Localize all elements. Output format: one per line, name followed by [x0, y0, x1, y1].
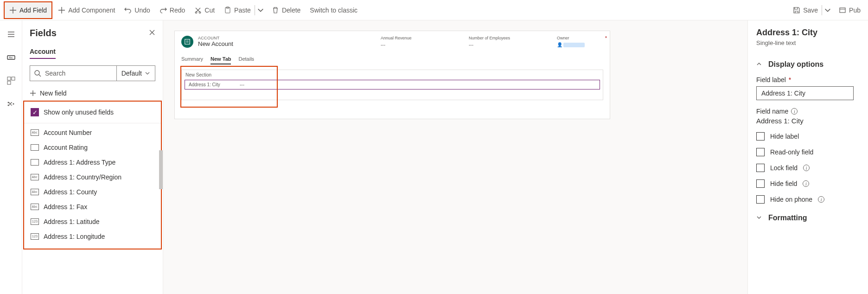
checkbox[interactable]	[756, 179, 765, 188]
new-field-label: New field	[40, 89, 67, 97]
cut-icon	[194, 6, 202, 14]
publish-icon	[839, 6, 846, 14]
field-type-icon: Abc	[31, 204, 39, 210]
save-button[interactable]: Save	[788, 1, 820, 19]
save-icon	[793, 6, 800, 14]
hide-field-option[interactable]: Hide field i	[756, 179, 868, 188]
checkbox[interactable]	[756, 195, 765, 204]
form-tab[interactable]: New Tab	[211, 56, 231, 64]
publish-button[interactable]: Pub	[834, 1, 865, 19]
save-dropdown[interactable]	[823, 1, 834, 19]
hide-phone-option[interactable]: Hide on phone i	[756, 195, 868, 204]
header-field-label: Annual Revenue	[381, 36, 427, 40]
switch-classic-button[interactable]: Switch to classic	[305, 1, 362, 19]
close-icon[interactable]	[149, 29, 155, 38]
lock-field-option[interactable]: Lock field i	[756, 164, 868, 172]
checkbox[interactable]	[756, 164, 765, 172]
info-icon[interactable]: i	[818, 196, 824, 203]
left-rail: Abc	[0, 20, 22, 294]
display-options-header[interactable]: Display options	[756, 60, 868, 69]
fields-panel-title: Fields	[30, 28, 57, 38]
scrollbar-thumb[interactable]	[159, 150, 163, 189]
field-row-value: ---	[240, 82, 244, 87]
paste-button[interactable]: Paste	[219, 1, 253, 19]
list-item[interactable]: AbcAccount Number	[31, 125, 154, 140]
svg-rect-14	[185, 39, 190, 45]
field-label-input[interactable]: Address 1: City	[756, 86, 854, 100]
required-star: *	[605, 36, 607, 41]
plus-icon	[9, 6, 17, 14]
show-unused-checkbox[interactable]: ✓	[31, 108, 39, 116]
show-unused-label: Show only unused fields	[44, 109, 114, 116]
chevron-down-icon	[824, 6, 831, 14]
form-canvas: ACCOUNT New Account Annual Revenue---Num…	[163, 20, 747, 294]
field-type-icon: Abc	[31, 174, 39, 180]
formatting-header[interactable]: Formatting	[756, 214, 868, 222]
form-tab[interactable]: Details	[238, 56, 254, 64]
form-header: ACCOUNT New Account Annual Revenue---Num…	[181, 36, 603, 48]
entity-label: ACCOUNT	[198, 36, 233, 40]
list-item[interactable]: 123Address 1: Latitude	[31, 214, 154, 229]
checkbox[interactable]	[756, 148, 765, 156]
section-title: New Section	[182, 70, 603, 80]
fields-rail-icon[interactable]: Abc	[6, 52, 17, 63]
hamburger-icon[interactable]	[6, 29, 17, 40]
redo-icon	[160, 6, 167, 14]
header-field[interactable]: Number of Employees---	[469, 36, 515, 47]
tree-rail-icon[interactable]	[6, 98, 17, 109]
list-item[interactable]: AbcAddress 1: Fax	[31, 199, 154, 214]
chevron-down-icon	[756, 215, 762, 222]
list-item[interactable]: AbcAddress 1: County	[31, 185, 154, 199]
add-field-label: Add Field	[19, 6, 47, 14]
search-input[interactable]: Search	[30, 66, 116, 81]
search-field-row: Search Default	[30, 65, 155, 81]
svg-rect-8	[12, 77, 15, 80]
highlighted-fields-area: ✓ Show only unused fields AbcAccount Num…	[23, 101, 162, 249]
search-icon	[34, 70, 41, 77]
selected-field-row[interactable]: Address 1: City ---	[185, 80, 600, 89]
checkbox[interactable]	[756, 132, 765, 141]
entity-tab[interactable]: Account	[30, 46, 56, 59]
properties-subtitle: Single-line text	[756, 39, 868, 46]
components-rail-icon[interactable]	[6, 75, 17, 86]
paste-dropdown[interactable]	[256, 1, 267, 19]
add-component-button[interactable]: Add Component	[53, 1, 120, 19]
list-item[interactable]: 123Address 1: Longitude	[31, 229, 154, 244]
list-item[interactable]: AbcAddress 1: Country/Region	[31, 170, 154, 185]
header-field[interactable]: Owner👤*	[557, 36, 603, 47]
info-icon[interactable]: i	[791, 108, 798, 115]
svg-text:Abc: Abc	[9, 56, 13, 59]
delete-button[interactable]: Delete	[267, 1, 305, 19]
header-field[interactable]: Annual Revenue---	[381, 36, 427, 47]
filter-value: Default	[121, 70, 142, 77]
info-icon[interactable]: i	[803, 180, 809, 187]
display-options-label: Display options	[768, 60, 823, 69]
hide-label-option[interactable]: Hide label	[756, 132, 868, 141]
read-only-option[interactable]: Read-only field	[756, 148, 868, 156]
switch-classic-label: Switch to classic	[310, 6, 357, 14]
header-field-value: ---	[381, 40, 427, 47]
command-bar: Add Field Add Component Undo Redo Cut Pa…	[0, 0, 868, 20]
add-component-label: Add Component	[68, 6, 115, 14]
list-item[interactable]: Address 1: Address Type	[31, 155, 154, 170]
new-field-button[interactable]: New field	[30, 86, 155, 101]
plus-icon	[30, 90, 36, 96]
filter-dropdown[interactable]: Default	[116, 66, 155, 81]
cut-button[interactable]: Cut	[190, 1, 219, 19]
list-item[interactable]: Account Rating	[31, 140, 154, 155]
redo-button[interactable]: Redo	[155, 1, 190, 19]
show-unused-row[interactable]: ✓ Show only unused fields	[24, 102, 161, 123]
svg-rect-9	[7, 81, 11, 84]
redo-label: Redo	[170, 6, 185, 14]
form-tab[interactable]: Summary	[181, 56, 203, 64]
info-icon[interactable]: i	[803, 165, 810, 171]
form-section[interactable]: New Section Address 1: City ---	[181, 70, 603, 100]
person-icon: 👤	[557, 42, 562, 47]
separator	[822, 5, 822, 15]
paste-label: Paste	[234, 6, 251, 14]
field-item-label: Address 1: Country/Region	[44, 173, 121, 181]
field-item-label: Address 1: Fax	[44, 203, 87, 211]
undo-button[interactable]: Undo	[120, 1, 154, 19]
add-field-button[interactable]: Add Field	[4, 1, 52, 19]
field-type-icon: 123	[31, 218, 39, 225]
